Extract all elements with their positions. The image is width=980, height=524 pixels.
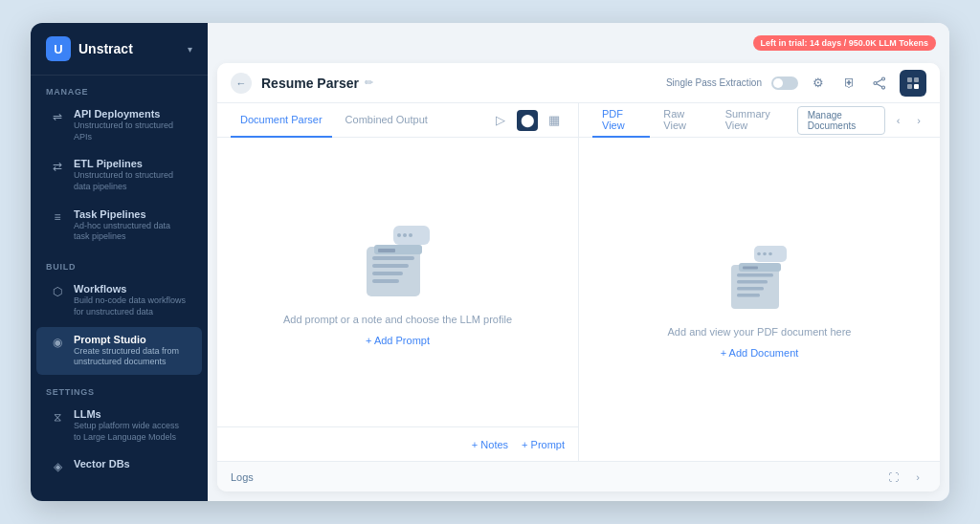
page-header: ← Resume Parser ✏ Single Pass Extraction… (217, 63, 940, 103)
svg-rect-25 (737, 273, 773, 277)
right-panel-actions: Manage Documents ‹ › (797, 106, 926, 135)
header-right: Single Pass Extraction ⚙ ⛨ (666, 70, 926, 97)
single-pass-toggle[interactable] (771, 76, 798, 90)
svg-point-11 (403, 233, 407, 237)
logs-label: Logs (231, 471, 254, 483)
sidebar-item-prompt-studio[interactable]: ◉ Prompt Studio Create structured data f… (36, 327, 202, 375)
content-area: ← Resume Parser ✏ Single Pass Extraction… (217, 63, 940, 491)
add-prompt-button[interactable]: + Add Prompt (366, 335, 430, 346)
etl-icon: ⇄ (50, 159, 65, 174)
task-icon: ≡ (50, 209, 65, 225)
right-panel: PDF View Raw View Summary View Manage Do… (579, 103, 940, 461)
single-pass-label: Single Pass Extraction (666, 77, 762, 88)
svg-line-4 (877, 83, 882, 86)
workflows-sub: Build no-code data workflows for unstruc… (74, 295, 189, 317)
vector-dbs-icon: ◈ (50, 459, 65, 474)
left-panel-footer: + Notes + Prompt (217, 426, 578, 461)
notes-button[interactable]: + Notes (472, 439, 508, 450)
svg-point-22 (763, 252, 767, 256)
logs-arrow-icon[interactable]: › (909, 469, 926, 486)
sidebar-item-task-pipelines[interactable]: ≡ Task Pipelines Ad-hoc unstructured dat… (36, 202, 202, 250)
svg-rect-19 (378, 249, 395, 252)
main-area: Left in trial: 14 days / 950.0K LLM Toke… (208, 23, 949, 501)
svg-rect-6 (914, 77, 919, 82)
sidebar-brand-label: Unstract (78, 41, 133, 56)
left-panel-body: Add prompt or a note and choose the LLM … (217, 138, 578, 426)
tab-document-parser[interactable]: Document Parser (231, 103, 332, 138)
add-document-button[interactable]: + Add Document (721, 347, 799, 359)
prompt-studio-title: Prompt Studio (74, 334, 189, 345)
svg-line-3 (877, 79, 882, 82)
edit-icon[interactable]: ✏ (365, 76, 373, 89)
api-deployments-sub: Unstructured to structured APIs (74, 120, 189, 142)
empty-illustration (355, 218, 441, 304)
vector-dbs-title: Vector DBs (74, 458, 130, 469)
run-button[interactable] (900, 70, 926, 97)
svg-rect-16 (372, 272, 403, 275)
settings-icon[interactable]: ⚙ (808, 73, 829, 94)
svg-point-2 (882, 86, 885, 89)
logs-actions: ⛶ › (884, 469, 926, 486)
prompt-button[interactable]: + Prompt (522, 439, 565, 450)
workflows-icon: ⬡ (50, 284, 65, 299)
empty-state-illustration (355, 218, 441, 304)
tab-combined-output[interactable]: Combined Output (336, 103, 437, 138)
expand-logs-icon[interactable]: ⛶ (884, 469, 902, 486)
svg-point-0 (882, 77, 885, 80)
svg-rect-26 (737, 280, 768, 284)
sidebar-item-etl-pipelines[interactable]: ⇄ ETL Pipelines Unstructured to structur… (36, 151, 202, 199)
back-button[interactable]: ← (231, 73, 252, 94)
settings-section-label: SETTINGS (31, 376, 208, 401)
api-deployments-title: API Deployments (74, 108, 189, 120)
sidebar-item-llms[interactable]: ⧖ LLMs Setup platform wide access to Lar… (36, 402, 202, 449)
right-panel-tabs: PDF View Raw View Summary View Manage Do… (579, 103, 940, 138)
sidebar-item-api-deployments[interactable]: ⇌ API Deployments Unstructured to struct… (36, 101, 202, 149)
svg-rect-14 (372, 256, 414, 260)
etl-pipelines-sub: Unstructured to structured data pipeline… (74, 170, 189, 192)
panel-tabs: Document Parser Combined Output ▷ ⬤ ▦ (217, 103, 578, 138)
top-bar: Left in trial: 14 days / 950.0K LLM Toke… (208, 23, 949, 63)
svg-rect-8 (914, 84, 919, 89)
right-empty-illustration (722, 240, 798, 317)
right-empty-text: Add and view your PDF document here (668, 326, 852, 338)
shield-icon[interactable]: ⛨ (838, 73, 859, 94)
right-empty-state-illustration (722, 240, 798, 317)
page-title: Resume Parser (261, 76, 359, 91)
record-icon[interactable]: ⬤ (517, 110, 538, 131)
tab-summary-view[interactable]: Summary View (716, 103, 793, 138)
svg-point-23 (768, 252, 772, 256)
svg-point-21 (757, 252, 761, 256)
manage-section-label: MANAGE (31, 76, 208, 100)
sidebar-header: U Unstract ▾ (31, 23, 208, 76)
svg-rect-5 (907, 77, 912, 82)
svg-rect-30 (743, 267, 758, 270)
task-pipelines-title: Task Pipelines (74, 208, 189, 220)
manage-documents-button[interactable]: Manage Documents (797, 106, 885, 135)
svg-rect-7 (907, 84, 912, 89)
llms-sub: Setup platform wide access to Large Lang… (74, 421, 189, 443)
panel-tab-actions: ▷ ⬤ ▦ (490, 110, 565, 131)
share-icon[interactable] (869, 73, 890, 94)
grid-icon[interactable]: ▦ (544, 110, 565, 131)
prev-arrow-icon[interactable]: ‹ (891, 111, 906, 130)
logs-bar: Logs ⛶ › (217, 461, 940, 491)
api-icon: ⇌ (50, 109, 65, 124)
etl-pipelines-title: ETL Pipelines (74, 158, 189, 169)
svg-rect-28 (737, 294, 760, 297)
prompt-studio-sub: Create structured data from unstructured… (74, 346, 189, 368)
build-section-label: BUILD (31, 251, 208, 275)
svg-rect-15 (372, 264, 409, 268)
next-arrow-icon[interactable]: › (911, 111, 926, 130)
svg-point-10 (397, 233, 401, 237)
chevron-down-icon[interactable]: ▾ (188, 44, 192, 55)
left-panel: Document Parser Combined Output ▷ ⬤ ▦ (217, 103, 579, 461)
page-title-area: Resume Parser ✏ (261, 76, 373, 91)
tab-raw-view[interactable]: Raw View (654, 103, 711, 138)
tab-pdf-view[interactable]: PDF View (592, 103, 650, 138)
llms-title: LLMs (74, 408, 189, 420)
play-icon[interactable]: ▷ (490, 110, 511, 131)
sidebar-item-workflows[interactable]: ⬡ Workflows Build no-code data workflows… (36, 276, 202, 324)
sidebar-item-vector-dbs[interactable]: ◈ Vector DBs (36, 451, 202, 481)
llms-icon: ⧖ (50, 409, 65, 425)
left-empty-text: Add prompt or a note and choose the LLM … (283, 314, 512, 325)
